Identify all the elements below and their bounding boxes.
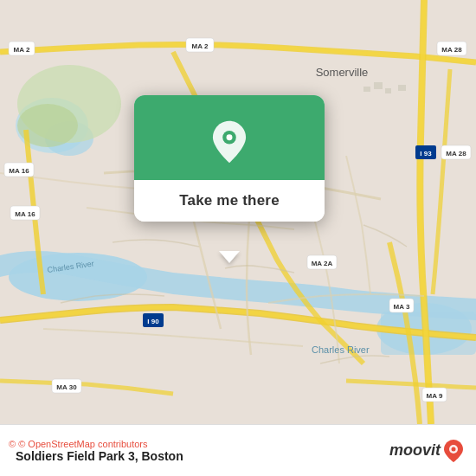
attribution: © © OpenStreetMap contributors	[9, 439, 389, 449]
bottom-bar: © © OpenStreetMap contributors Soldiers …	[0, 424, 476, 476]
svg-point-42	[227, 134, 233, 140]
location-info: Soldiers Field Park 3, Boston	[16, 449, 389, 463]
copyright-symbol: ©	[9, 439, 16, 449]
svg-text:MA 28: MA 28	[441, 46, 462, 54]
moovit-pin-icon	[443, 439, 464, 463]
svg-rect-36	[363, 87, 370, 92]
svg-text:I 90: I 90	[147, 318, 159, 325]
svg-text:MA 3: MA 3	[394, 303, 410, 311]
svg-text:MA 16: MA 16	[15, 210, 35, 218]
svg-text:MA 2A: MA 2A	[312, 260, 333, 267]
attribution-text: © OpenStreetMap contributors	[18, 439, 147, 449]
popup-pointer	[219, 251, 240, 263]
popup-green-area	[134, 95, 325, 180]
svg-text:MA 2: MA 2	[192, 42, 209, 50]
svg-text:MA 30: MA 30	[56, 383, 77, 391]
svg-text:MA 28: MA 28	[446, 150, 466, 158]
svg-text:Charles River: Charles River	[312, 344, 370, 355]
svg-text:MA 9: MA 9	[427, 392, 443, 400]
svg-text:MA 2: MA 2	[14, 46, 30, 54]
svg-text:I 93: I 93	[420, 150, 432, 158]
svg-text:MA 16: MA 16	[9, 167, 29, 175]
location-pin-icon	[207, 119, 252, 164]
svg-rect-38	[385, 88, 391, 93]
svg-rect-39	[398, 85, 406, 91]
take-me-there-button[interactable]: Take me there	[134, 180, 325, 222]
popup-card: Take me there	[134, 95, 325, 222]
svg-point-44	[452, 447, 456, 451]
map-container: Charles River	[0, 0, 476, 424]
moovit-logo: moovit	[389, 439, 464, 463]
moovit-text: moovit	[389, 441, 441, 460]
svg-text:Somerville: Somerville	[316, 66, 369, 79]
svg-rect-37	[374, 82, 383, 89]
